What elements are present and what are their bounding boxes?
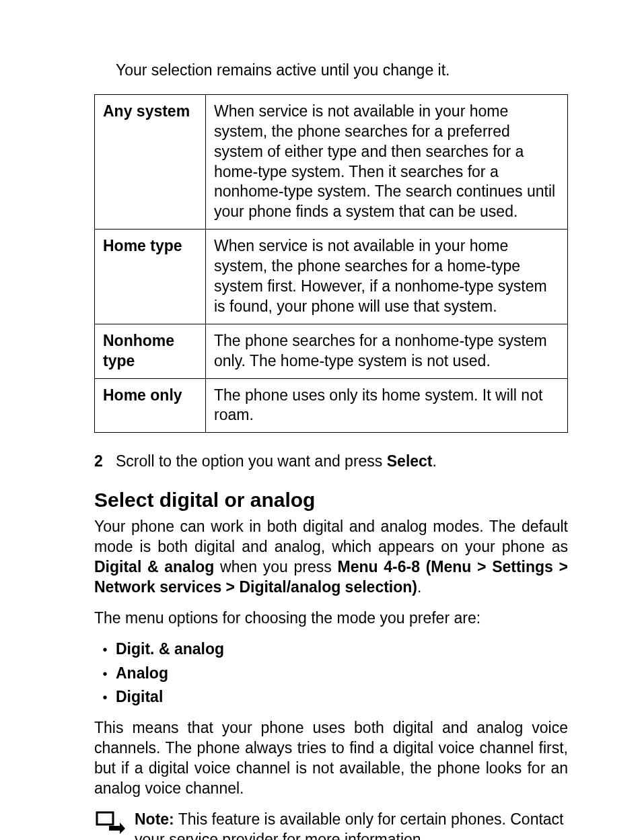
roaming-options-table: Any system When service is not available…: [94, 94, 568, 433]
option-description: When service is not available in your ho…: [206, 230, 568, 324]
option-label: Any system: [95, 94, 206, 229]
table-row: Home type When service is not available …: [95, 230, 568, 324]
option-label: Home type: [95, 230, 206, 324]
p1-b: Digital & analog: [94, 558, 214, 575]
svg-rect-0: [97, 812, 113, 825]
table-row: Nonhome type The phone searches for a no…: [95, 324, 568, 378]
numbered-step: 2 Scroll to the option you want and pres…: [94, 452, 568, 472]
mode-label: Digit. & analog: [116, 639, 224, 660]
section-heading: Select digital or analog: [94, 487, 568, 513]
table-row: Any system When service is not available…: [95, 94, 568, 229]
list-item: • Analog: [94, 664, 568, 684]
bullet-icon: •: [94, 691, 116, 704]
note-label: Note:: [135, 810, 174, 828]
step-number: 2: [94, 452, 116, 472]
body-paragraph-3: This means that your phone uses both dig…: [94, 718, 568, 799]
body-paragraph-1: Your phone can work in both digital and …: [94, 517, 568, 598]
p1-c: when you press: [214, 558, 337, 575]
mode-label: Analog: [116, 664, 168, 684]
note-block: Note: This feature is available only for…: [94, 810, 568, 840]
note-text: Note: This feature is available only for…: [135, 810, 568, 840]
mode-options-list: • Digit. & analog • Analog • Digital: [94, 639, 568, 708]
bullet-icon: •: [94, 643, 116, 656]
body-paragraph-2: The menu options for choosing the mode y…: [94, 608, 568, 629]
note-body: This feature is available only for certa…: [135, 810, 564, 840]
note-arrow-icon: [94, 810, 125, 839]
step-text-bold: Select: [387, 452, 433, 470]
step-text: Scroll to the option you want and press …: [116, 452, 568, 472]
bullet-icon: •: [94, 667, 116, 680]
document-page: Your selection remains active until you …: [0, 0, 642, 840]
table-row: Home only The phone uses only its home s…: [95, 378, 568, 433]
intro-text: Your selection remains active until you …: [116, 61, 568, 81]
mode-label: Digital: [116, 687, 163, 707]
option-description: When service is not available in your ho…: [206, 94, 568, 229]
option-label: Home only: [95, 378, 206, 433]
list-item: • Digital: [94, 687, 568, 707]
step-text-after: .: [433, 452, 437, 470]
step-text-before: Scroll to the option you want and press: [116, 452, 387, 470]
p1-a: Your phone can work in both digital and …: [94, 518, 568, 555]
option-description: The phone uses only its home system. It …: [206, 378, 568, 433]
list-item: • Digit. & analog: [94, 639, 568, 660]
p1-e: .: [417, 578, 421, 596]
option-label: Nonhome type: [95, 324, 206, 378]
option-description: The phone searches for a nonhome-type sy…: [206, 324, 568, 378]
